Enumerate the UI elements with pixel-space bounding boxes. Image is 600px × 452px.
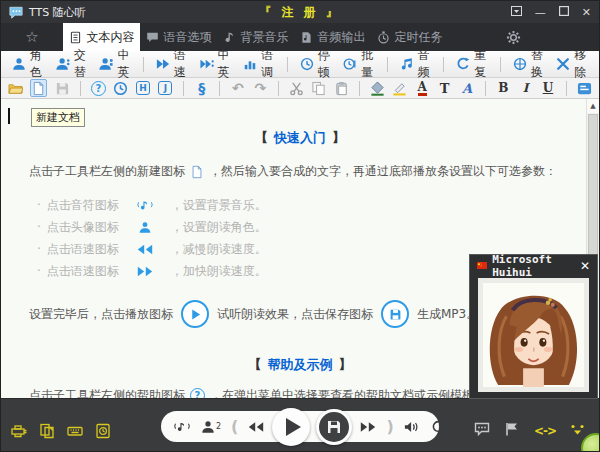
underline-button[interactable]: U	[540, 79, 555, 97]
cut-button[interactable]	[289, 79, 304, 97]
printer-icon[interactable]	[11, 423, 27, 439]
paste-button[interactable]	[334, 79, 349, 97]
china-flag-icon	[477, 261, 487, 270]
speed-icon	[156, 57, 170, 71]
fill-color-button[interactable]	[370, 79, 385, 97]
section-mark-button[interactable]: §	[194, 79, 209, 97]
play-icon	[286, 418, 301, 436]
slower-icon[interactable]	[248, 420, 264, 434]
close-icon[interactable]: ✕	[582, 7, 591, 18]
voice-role-icon[interactable]: 2	[200, 420, 221, 434]
save-floppy-icon	[326, 419, 342, 435]
faster-icon[interactable]	[360, 420, 376, 434]
minimize-icon[interactable]: —	[535, 7, 546, 18]
app-title: TTS 随心听	[29, 5, 86, 20]
save-button[interactable]	[54, 79, 69, 97]
bottom-right-tools: <->	[474, 421, 585, 440]
cut-scissors-icon	[289, 81, 304, 96]
app-logo-icon	[9, 6, 23, 19]
fast-forward-icon	[125, 265, 165, 278]
copy-icon	[311, 81, 326, 96]
pitch-button[interactable]: 语调	[240, 45, 278, 83]
bold-button[interactable]: B	[496, 79, 511, 97]
tab-label: 定时任务	[395, 29, 443, 46]
help-button[interactable]: ?	[91, 79, 106, 97]
font-color-button[interactable]: A	[415, 79, 430, 97]
font-style-button[interactable]: A	[459, 79, 474, 97]
replace-button[interactable]: 替换	[510, 45, 548, 83]
history-button[interactable]	[113, 79, 128, 97]
j-mark-button[interactable]: J	[158, 79, 173, 97]
bilingual-role-label: 中英	[117, 47, 131, 81]
audio-button[interactable]: 音频	[397, 45, 435, 83]
repeat-button[interactable]: 重复	[453, 45, 491, 83]
bilingual-speed-button[interactable]: 中英	[197, 45, 235, 83]
section-title-quickstart: 【快速入门】	[1, 129, 599, 147]
keyboard-icon[interactable]	[67, 423, 83, 439]
play-button[interactable]	[272, 408, 310, 446]
scroll-up-arrow[interactable]: ▲	[587, 99, 599, 113]
pause-button[interactable]: 停顿	[297, 45, 335, 83]
register-link[interactable]: 『 注 册 』	[1, 4, 599, 21]
title-bar: TTS 随心听 『 注 册 』 — ✕	[1, 1, 599, 23]
clipboard-clock-icon[interactable]	[95, 423, 111, 439]
volume-icon[interactable]	[404, 420, 420, 434]
alternate-button[interactable]: 交替	[53, 45, 91, 83]
background-music-icon[interactable]	[174, 420, 190, 434]
alternate-label: 交替	[74, 47, 88, 81]
open-file-button[interactable]	[8, 79, 23, 97]
new-document-button[interactable]	[30, 79, 47, 97]
rewind-icon	[125, 243, 165, 256]
audio-note-icon	[400, 57, 414, 71]
bilingual-speed-icon	[200, 57, 214, 71]
maximize-icon[interactable]	[559, 6, 569, 18]
j-mark-icon: J	[158, 81, 172, 95]
uppercase-icon: T	[440, 82, 450, 95]
save-mp3-button[interactable]	[316, 409, 352, 445]
role-button[interactable]: 角色	[9, 45, 47, 83]
remove-label: 移除	[574, 47, 588, 81]
comment-icon[interactable]	[474, 421, 490, 440]
popup-titlebar: Microsoft Huihui ✕	[470, 255, 597, 276]
divider-paren: )	[386, 417, 393, 436]
bullet-text: ，设置背景音乐。	[171, 197, 267, 214]
code-icon[interactable]: <->	[534, 424, 556, 438]
help-icon: ?	[91, 81, 106, 96]
avatar-frame	[478, 278, 589, 392]
remove-button[interactable]: 移除	[553, 45, 591, 83]
separator	[143, 57, 144, 72]
h-mark-button[interactable]: H	[135, 79, 150, 97]
bilingual-role-button[interactable]: 中英	[96, 45, 134, 83]
paragraph-text: 点击子工具栏左侧的新建图标	[29, 163, 185, 180]
music-note-icon	[223, 31, 236, 44]
paragraph-text: 设置完毕后，点击播放图标	[29, 306, 173, 323]
tab-label: 音频输出	[318, 29, 366, 46]
separator	[387, 57, 388, 72]
uppercase-button[interactable]: T	[437, 79, 452, 97]
copy-button[interactable]	[311, 79, 326, 97]
popup-close-icon[interactable]: ✕	[580, 259, 590, 273]
list-panel-button[interactable]	[577, 79, 592, 97]
loop-icon[interactable]	[430, 420, 446, 434]
copy-icon[interactable]	[39, 423, 55, 439]
flag-icon[interactable]	[504, 421, 520, 440]
main-toolbar: 角色 交替 中英 语速 中英 语调 停顿 批量 音频 重复 替换 移除	[1, 51, 599, 78]
highlight-pen-button[interactable]	[392, 79, 407, 97]
document-text-icon	[69, 31, 82, 44]
smiley-icon[interactable]	[570, 421, 585, 440]
redo-icon: ↷	[254, 80, 266, 96]
list-panel-icon	[577, 81, 592, 96]
role-label: 角色	[30, 47, 44, 81]
repeat-icon	[456, 57, 470, 71]
playback-bar: 2 ( )	[161, 411, 439, 442]
speed-button[interactable]: 语速	[153, 45, 191, 83]
alternate-person-icon	[56, 57, 70, 71]
batch-button[interactable]: 批量	[340, 45, 378, 83]
bullet-text: 点击头像图标	[47, 219, 119, 236]
undo-button[interactable]: ↶	[230, 79, 245, 97]
history-clock-icon	[113, 81, 128, 96]
redo-button[interactable]: ↷	[253, 79, 268, 97]
bottom-left-tools	[11, 423, 111, 439]
italic-button[interactable]: I	[518, 79, 533, 97]
tray-icon[interactable]	[511, 6, 522, 18]
